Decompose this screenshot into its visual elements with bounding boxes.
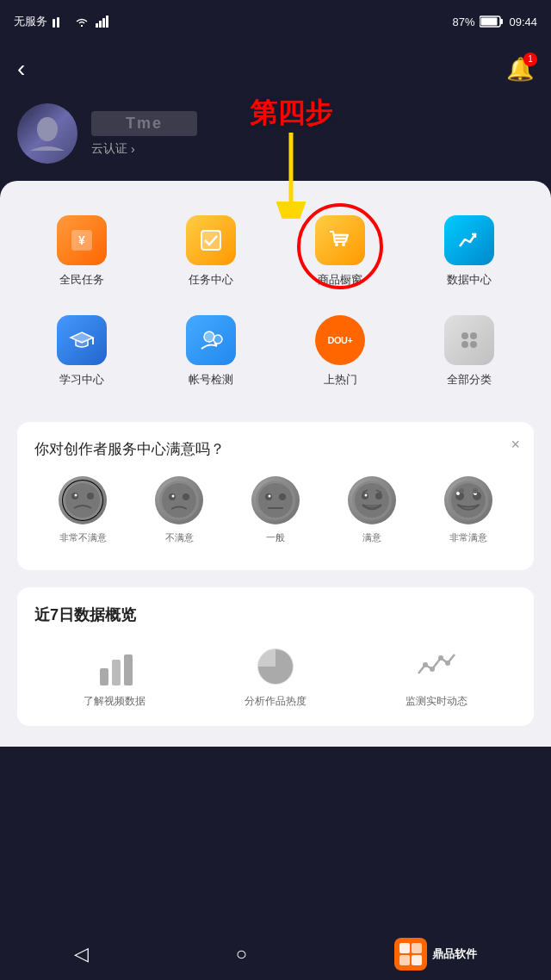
back-button[interactable]: ‹	[17, 55, 25, 83]
emoji-good-face	[348, 476, 396, 524]
svg-rect-61	[112, 660, 121, 685]
svg-point-56	[456, 492, 460, 495]
svg-point-65	[430, 667, 435, 672]
svg-point-18	[342, 243, 345, 246]
quanmin-icon: ¥	[57, 215, 107, 265]
quanmin-label: 全民任务	[59, 272, 104, 288]
svg-rect-60	[100, 668, 108, 685]
emoji-good-label: 满意	[362, 531, 381, 544]
battery-percent: 87%	[452, 16, 474, 28]
svg-point-35	[162, 483, 196, 518]
emoji-row: 非常不满意 不满意	[34, 476, 517, 544]
svg-point-25	[470, 332, 477, 339]
verify-label: 云认证	[91, 141, 127, 157]
svg-rect-3	[99, 21, 102, 28]
svg-point-30	[65, 483, 100, 518]
grid-item-douy[interactable]: DOU+ 上热门	[276, 301, 405, 401]
realtime-data-label: 监测实时动态	[406, 694, 467, 709]
svg-point-66	[438, 655, 443, 661]
avatar	[17, 103, 77, 164]
svg-rect-5	[106, 16, 108, 28]
fenl-icon	[444, 315, 494, 365]
grid-item-shuju[interactable]: 数据中心	[405, 202, 534, 301]
svg-point-44	[269, 495, 271, 498]
svg-rect-16	[335, 238, 346, 239]
svg-rect-71	[412, 955, 422, 965]
bell-button[interactable]: 🔔 1	[506, 56, 534, 83]
nav-back-button[interactable]: ◁	[74, 943, 89, 965]
survey-card: × 你对创作者服务中心满意吗？ 非常不满意	[17, 422, 534, 570]
verify-link[interactable]: 云认证 ›	[91, 141, 197, 157]
realtime-data-icon	[411, 642, 462, 685]
profile-info: Tme 云认证 ›	[91, 111, 197, 157]
svg-point-38	[172, 495, 175, 498]
svg-point-67	[445, 661, 450, 666]
status-left: 无服务	[14, 14, 109, 29]
data-section: 近7日数据概览 了解视频数据	[17, 587, 534, 726]
emoji-bad-face	[155, 476, 203, 524]
emoji-very-bad-label: 非常不满意	[59, 531, 107, 544]
grid-item-shangpin[interactable]: 商品橱窗	[276, 202, 405, 301]
fenl-label: 全部分类	[447, 372, 492, 388]
grid-item-fenl[interactable]: 全部分类	[405, 301, 534, 401]
svg-rect-62	[124, 654, 133, 685]
svg-point-9	[37, 117, 58, 141]
emoji-neutral-label: 一般	[266, 531, 285, 544]
grid-item-quanmin[interactable]: ¥ 全民任务	[17, 202, 146, 301]
svg-point-53	[451, 483, 486, 518]
grid-item-renwu[interactable]: 任务中心	[146, 202, 276, 301]
shuju-icon	[444, 215, 494, 265]
data-section-title: 近7日数据概览	[34, 605, 517, 625]
svg-rect-1	[57, 17, 59, 28]
svg-point-58	[459, 488, 464, 493]
svg-rect-8	[481, 18, 498, 26]
emoji-very-bad[interactable]: 非常不满意	[59, 476, 107, 544]
data-item-works[interactable]: 分析作品热度	[245, 642, 306, 709]
data-row: 了解视频数据 分析作品热度	[34, 642, 517, 709]
signal-icon	[96, 16, 109, 28]
data-item-video[interactable]: 了解视频数据	[84, 642, 145, 709]
emoji-very-good[interactable]: 非常满意	[444, 476, 492, 544]
logo-area: 鼎品软件	[394, 938, 477, 971]
svg-rect-14	[201, 231, 220, 250]
bell-badge: 1	[523, 53, 537, 66]
emoji-good[interactable]: 满意	[348, 476, 396, 544]
svg-point-17	[335, 243, 338, 246]
emoji-bad[interactable]: 不满意	[155, 476, 203, 544]
svg-point-42	[279, 493, 286, 500]
svg-point-24	[461, 332, 468, 339]
svg-point-27	[470, 341, 477, 348]
video-data-icon	[89, 642, 140, 685]
douy-icon: DOU+	[315, 315, 365, 365]
douy-label: 上热门	[324, 372, 357, 388]
emoji-neutral[interactable]: 一般	[251, 476, 300, 544]
works-data-label: 分析作品热度	[245, 694, 306, 709]
svg-point-32	[87, 493, 94, 499]
zhang-label: 帐号检测	[189, 372, 233, 388]
xuexi-icon	[57, 315, 107, 365]
xuexi-label: 学习中心	[59, 372, 104, 388]
grid-item-xuexi[interactable]: 学习中心	[17, 301, 146, 401]
svg-rect-2	[96, 23, 98, 28]
profile-section: Tme 云认证 ›	[0, 95, 551, 181]
svg-text:¥: ¥	[78, 233, 85, 247]
nav-home-button[interactable]: ○	[236, 943, 247, 965]
survey-close-button[interactable]: ×	[511, 436, 520, 454]
zhang-icon	[186, 315, 236, 365]
svg-point-40	[258, 483, 293, 518]
carrier-label: 无服务	[14, 14, 47, 29]
logo-box	[394, 938, 427, 971]
svg-point-59	[473, 488, 478, 493]
svg-point-26	[461, 341, 468, 348]
svg-point-48	[375, 493, 382, 499]
status-bar: 无服务 87% 09:44	[0, 0, 551, 43]
emoji-bad-label: 不满意	[165, 531, 194, 544]
survey-title: 你对创作者服务中心满意吗？	[34, 439, 517, 459]
sim-icon	[53, 16, 68, 28]
svg-point-64	[423, 662, 428, 667]
emoji-very-good-face	[444, 476, 492, 524]
emoji-very-good-label: 非常满意	[449, 531, 487, 544]
svg-point-21	[204, 332, 214, 342]
grid-item-zhang[interactable]: 帐号检测	[146, 301, 276, 401]
data-item-realtime[interactable]: 监测实时动态	[406, 642, 467, 709]
